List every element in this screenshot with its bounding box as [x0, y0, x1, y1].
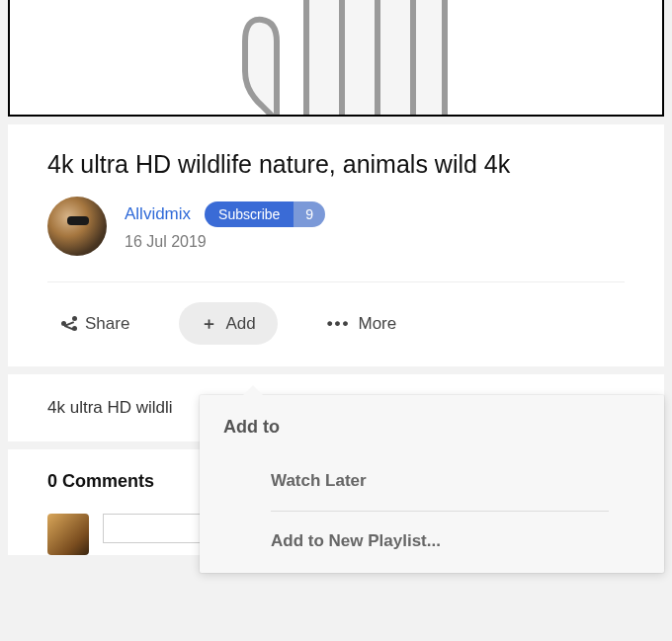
more-label: More	[358, 314, 396, 334]
channel-name-link[interactable]: Allvidmix	[125, 204, 191, 224]
dropdown-item-watch-later[interactable]: Watch Later	[271, 451, 609, 512]
dots-icon: •••	[327, 314, 351, 334]
share-label: Share	[85, 314, 129, 334]
share-button[interactable]: Share	[47, 306, 143, 342]
more-button[interactable]: ••• More	[313, 306, 411, 342]
add-to-dropdown: Add to Watch Later Add to New Playlist..…	[200, 395, 664, 573]
actions-row: Share ＋ Add ••• More	[47, 282, 625, 366]
add-label: Add	[225, 314, 255, 334]
video-info-card: 4k ultra HD wildlife nature, animals wil…	[8, 124, 664, 366]
upload-date: 16 Jul 2019	[125, 233, 325, 251]
channel-meta-row: Allvidmix Subscribe 9 16 Jul 2019	[47, 197, 625, 282]
video-title: 4k ultra HD wildlife nature, animals wil…	[47, 150, 625, 179]
channel-avatar[interactable]	[47, 197, 107, 256]
hand-icon	[208, 0, 464, 117]
dropdown-title: Add to	[200, 395, 664, 451]
dropdown-item-new-playlist[interactable]: Add to New Playlist...	[271, 512, 609, 561]
plus-icon: ＋	[201, 312, 217, 335]
video-player-area[interactable]	[8, 0, 664, 117]
description-text: 4k ultra HD wildli	[47, 398, 173, 417]
subscribe-count: 9	[294, 201, 325, 227]
subscribe-label: Subscribe	[205, 201, 294, 227]
user-avatar[interactable]	[47, 514, 89, 555]
add-button[interactable]: ＋ Add	[179, 302, 277, 345]
share-icon	[61, 316, 77, 332]
subscribe-button[interactable]: Subscribe 9	[205, 201, 325, 227]
